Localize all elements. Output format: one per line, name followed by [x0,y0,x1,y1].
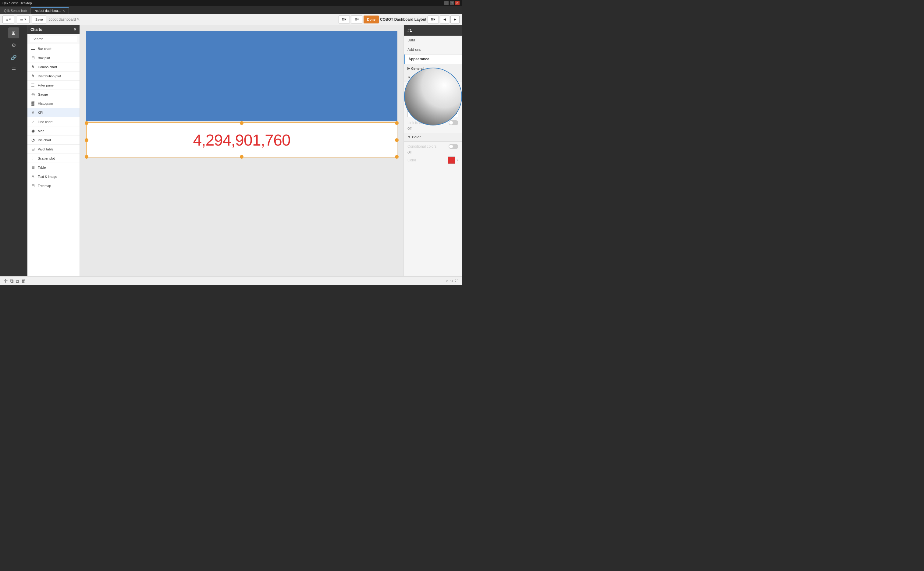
chart-item-map[interactable]: ◉ Map [28,127,79,136]
chart-item-line[interactable]: ⟋ Line chart [28,117,79,127]
table-icon: ⊞ [31,165,36,170]
sidebar-icon-charts[interactable]: ⊞ [8,28,19,39]
charts-header: Charts ✕ [28,25,79,34]
chart-item-treemap[interactable]: ⊞ Treemap [28,181,79,190]
chart-item-distribution[interactable]: ↯ Distribution plot [28,72,79,81]
close-button[interactable]: ✕ [455,1,460,5]
charts-panel: Charts ✕ ▬ Bar chart ⊞ Box plot ↯ Combo … [28,25,80,276]
chart-item-label: Text & image [38,175,57,179]
handle-bl[interactable] [85,155,88,159]
minimize-button[interactable]: — [444,1,449,5]
color-picker-overlay[interactable] [404,68,462,125]
charts-search[interactable] [28,34,79,44]
handle-tr[interactable] [395,121,399,125]
sidebar-icon-settings[interactable]: ⚙ [8,40,19,51]
home-button[interactable]: ⌂▾ [2,15,14,23]
handle-tm[interactable] [240,121,243,125]
color-swatch[interactable] [448,156,455,164]
canvas-area[interactable]: 4,294,901,760 [80,25,404,276]
kpi-widget[interactable]: 4,294,901,760 [86,122,398,157]
duplicate-tool[interactable]: ⧉ [10,278,13,284]
tab-appearance[interactable]: Appearance [404,54,462,64]
chart-item-histogram[interactable]: ▓ Histogram [28,99,79,108]
chart-item-text-image[interactable]: A Text & image [28,172,79,181]
done-button[interactable]: Done [364,15,379,23]
chart-item-combo[interactable]: ↯ Combo chart [28,62,79,72]
status-right: ↩ ↪ ⛶ [446,279,458,282]
gauge-icon: ◎ [31,92,36,97]
chevron-down-icon-color: ▼ [407,135,411,139]
handle-ml[interactable] [85,138,88,142]
nav-prev[interactable]: ◀ [440,15,449,23]
conditional-colors-row: Conditional colors [407,144,458,149]
sidebar-icon-layers[interactable]: ☰ [8,64,19,75]
chart-item-label: Gauge [38,93,48,96]
save-button[interactable]: Save [32,15,46,23]
chart-item-label: Table [38,166,46,169]
chart-item-pivot[interactable]: ⊞ Pivot table [28,145,79,154]
kpi-value: 4,294,901,760 [193,131,290,149]
tab-dashboard[interactable]: *cobot dashboa... ✕ [31,7,69,14]
color-content: Conditional colors Off Color ▾ [404,142,462,166]
chart-item-bar[interactable]: ▬ Bar chart [28,44,79,53]
charts-title: Charts [31,28,42,32]
edit-indicator: ✎ [77,17,80,22]
chart-item-filter[interactable]: ☰ Filter pane [28,81,79,90]
filter-pane-icon: ☰ [31,83,36,87]
color-dropdown-icon[interactable]: ▾ [457,158,458,162]
fullscreen-button[interactable]: ⛶ [455,279,458,282]
nav-next[interactable]: ▶ [450,15,460,23]
chart-item-pie[interactable]: ◔ Pie chart [28,136,79,145]
delete-tool[interactable]: 🗑 [21,278,26,284]
tab-data-label: Data [407,38,415,42]
layout-tool[interactable]: ⧈ [16,278,19,284]
tab-close-icon[interactable]: ✕ [62,9,65,12]
chart-item-table[interactable]: ⊞ Table [28,163,79,172]
publish-btn[interactable]: ⊞▾ [427,15,439,23]
chart-item-label: Bar chart [38,47,51,51]
title-bar: Qlik Sense Desktop — □ ✕ [0,0,462,6]
chart-item-label: Treemap [38,184,51,188]
sidebar-icon-links[interactable]: 🔗 [8,52,19,63]
layout-button[interactable]: ☰▾ [17,15,29,23]
treemap-icon: ⊞ [31,183,36,188]
color-picker-row: ▾ [448,156,458,164]
section-color[interactable]: ▼ Color [404,133,462,142]
breadcrumb: cobot dashboard ✎ [49,17,80,22]
combo-chart-icon: ↯ [31,65,36,69]
layout-icon: ☰ [20,17,23,21]
app-title: Qlik Sense Desktop [2,1,444,5]
link-sheet-toggle[interactable] [449,120,458,125]
charts-close-icon[interactable]: ✕ [73,28,76,32]
search-input[interactable] [30,36,77,42]
chart-item-kpi[interactable]: # KPI [28,108,79,117]
screen-btn[interactable]: ⊡▾ [339,15,350,23]
handle-br[interactable] [395,155,399,159]
map-icon: ◉ [31,128,36,133]
tab-hub-label: Qlik Sense hub [4,9,27,12]
chart-item-scatter[interactable]: ⁚ Scatter plot [28,154,79,163]
add-tool[interactable]: ✛ [4,278,8,284]
link-sheet-off-label: Off [407,127,458,130]
redo-button[interactable]: ↪ [450,279,453,282]
toolbar: ⌂▾ ☰▾ Save cobot dashboard ✎ ⊡▾ ⊞▾ Done … [0,14,462,25]
chart-item-label: Combo chart [38,65,57,69]
maximize-button[interactable]: □ [450,1,454,5]
grid-btn[interactable]: ⊞▾ [351,15,362,23]
chart-item-label: Pie chart [38,138,51,142]
handle-tl[interactable] [85,121,88,125]
chart-item-gauge[interactable]: ◎ Gauge [28,90,79,99]
conditional-colors-label: Conditional colors [407,144,436,149]
conditional-colors-toggle[interactable] [449,144,458,149]
tab-data[interactable]: Data [404,35,462,45]
pie-chart-icon: ◔ [31,137,36,142]
chart-widget-blue[interactable] [86,31,398,121]
undo-button[interactable]: ↩ [446,279,448,282]
tab-hub[interactable]: Qlik Sense hub [0,7,31,14]
right-panel: #1 Data Add-ons Appearance ▶ General ▼ P… [404,25,462,276]
handle-bm[interactable] [240,155,243,159]
chart-item-box[interactable]: ⊞ Box plot [28,53,79,62]
distribution-plot-icon: ↯ [31,74,36,78]
tab-addons[interactable]: Add-ons [404,45,462,54]
handle-mr[interactable] [395,138,399,142]
